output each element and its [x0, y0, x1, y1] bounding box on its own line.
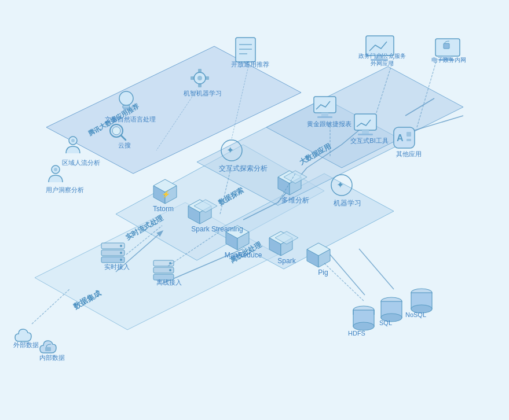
svg-text:外网应用: 外网应用 [371, 60, 394, 67]
svg-text:✦: ✦ [226, 145, 234, 155]
svg-text:MapReduce: MapReduce [225, 251, 262, 259]
svg-rect-64 [236, 38, 255, 62]
svg-point-81 [71, 139, 75, 142]
svg-text:✦: ✦ [336, 180, 344, 190]
svg-text:机智机器学习: 机智机器学习 [184, 90, 222, 97]
svg-text:多维分析: 多维分析 [281, 196, 309, 204]
svg-rect-72 [191, 76, 195, 80]
svg-rect-71 [198, 83, 202, 87]
svg-point-94 [169, 269, 171, 271]
svg-text:A: A [397, 133, 404, 143]
svg-rect-56 [317, 116, 332, 118]
svg-text:区域人流分析: 区域人流分析 [62, 159, 100, 166]
svg-point-74 [119, 91, 133, 105]
svg-text:其他应用: 其他应用 [396, 150, 422, 157]
svg-text:开放通用推荐: 开放通用推荐 [231, 61, 269, 68]
svg-point-87 [120, 245, 122, 247]
svg-text:机器学习: 机器学习 [334, 199, 361, 207]
svg-text:外部数据: 外部数据 [13, 341, 39, 348]
svg-text:⚡: ⚡ [162, 190, 170, 198]
svg-text:Pig: Pig [318, 268, 328, 277]
svg-text:Spark: Spark [277, 257, 296, 265]
svg-text:交互式探索分析: 交互式探索分析 [219, 164, 268, 172]
svg-text:离线接入: 离线接入 [156, 279, 182, 286]
svg-text:HDFS: HDFS [348, 330, 365, 337]
svg-rect-55 [321, 113, 328, 116]
svg-rect-63 [407, 139, 411, 141]
svg-text:文智自然语言处理: 文智自然语言处理 [105, 116, 156, 123]
svg-rect-58 [362, 130, 369, 134]
svg-rect-62 [407, 132, 411, 137]
svg-rect-102 [444, 43, 449, 49]
svg-text:Tstorm: Tstorm [153, 205, 174, 213]
svg-point-88 [120, 252, 122, 254]
svg-rect-57 [354, 114, 376, 130]
svg-rect-95 [45, 347, 51, 351]
svg-point-89 [120, 259, 122, 261]
svg-text:黄金跟敏捷报表: 黄金跟敏捷报表 [307, 120, 351, 127]
diagram-container: ⚡ ✦ ✦ [0, 0, 509, 420]
svg-rect-73 [205, 76, 209, 80]
svg-rect-59 [358, 134, 373, 135]
svg-text:实时接入: 实时接入 [104, 263, 130, 270]
svg-text:Spark Streaming: Spark Streaming [191, 225, 243, 233]
svg-rect-70 [198, 69, 202, 73]
svg-text:交互式BI工具: 交互式BI工具 [350, 137, 388, 144]
svg-point-83 [54, 168, 57, 171]
svg-point-19 [353, 322, 374, 330]
svg-text:内部数据: 内部数据 [39, 354, 65, 361]
svg-point-69 [197, 76, 202, 80]
svg-text:云搜: 云搜 [118, 142, 131, 149]
svg-text:NoSQL: NoSQL [405, 311, 426, 318]
svg-text:SQL: SQL [379, 319, 392, 326]
svg-point-79 [112, 127, 120, 135]
svg-rect-54 [314, 97, 336, 113]
svg-text:用户洞察分析: 用户洞察分析 [46, 186, 84, 193]
svg-text:政务门户/公众服务: 政务门户/公众服务 [358, 53, 407, 59]
